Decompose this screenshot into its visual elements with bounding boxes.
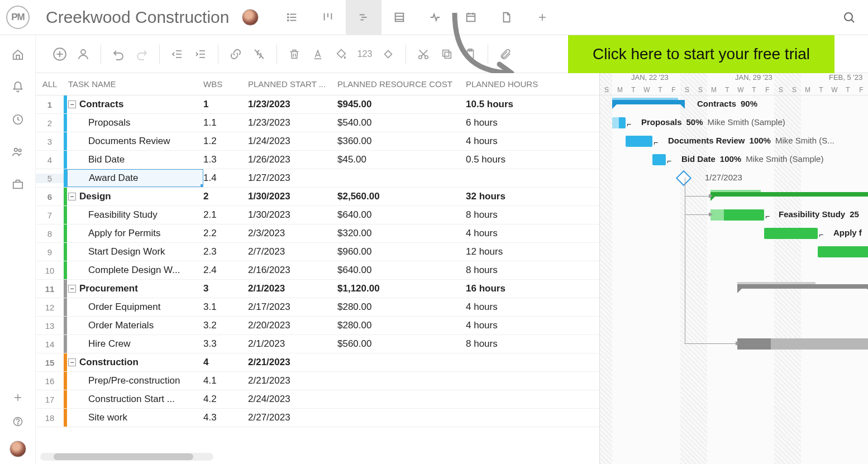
number-button[interactable]: 123 (354, 44, 375, 65)
table-row[interactable]: 16Prep/Pre-construction4.12/21/2023 (36, 372, 599, 390)
home-icon[interactable] (12, 49, 24, 61)
app-logo[interactable]: PM (0, 0, 36, 35)
bell-icon[interactable] (12, 81, 24, 93)
user-avatar[interactable] (9, 441, 26, 457)
task-cell[interactable]: Hire Crew (67, 338, 203, 350)
col-start[interactable]: PLANNED START ... (248, 79, 337, 89)
task-cell[interactable]: −Construction (67, 357, 203, 368)
task-cell[interactable]: Proposals (67, 117, 203, 128)
cut-button[interactable] (413, 44, 434, 65)
col-hours[interactable]: PLANNED HOURS (466, 79, 599, 89)
task-cell[interactable]: Site work (67, 412, 203, 423)
paste-button[interactable] (460, 44, 481, 65)
bar-apply-permits[interactable] (764, 228, 818, 239)
bar-hire-crew[interactable] (737, 338, 868, 350)
indent-button[interactable] (190, 44, 211, 65)
delete-button[interactable] (284, 44, 305, 65)
view-sheet-icon[interactable] (381, 0, 417, 35)
horizontal-scrollbar[interactable] (40, 453, 213, 461)
view-add-icon[interactable] (524, 0, 560, 35)
table-row[interactable]: 18Site work4.32/27/2023 (36, 409, 599, 427)
bar-procurement[interactable] (737, 284, 868, 289)
view-gantt-icon[interactable] (346, 0, 381, 35)
bar-contracts[interactable] (612, 100, 685, 104)
project-avatar[interactable] (242, 9, 259, 26)
undo-button[interactable] (108, 44, 129, 65)
assign-button[interactable] (73, 44, 94, 65)
task-cell[interactable]: Order Equipment (67, 302, 203, 313)
start-cell: 2/7/2023 (248, 246, 337, 257)
row-number: 8 (36, 229, 64, 238)
task-cell[interactable]: Apply for Permits (67, 228, 203, 239)
col-all[interactable]: ALL (36, 79, 64, 89)
table-row[interactable]: 8Apply for Permits2.22/3/2023$320.004 ho… (36, 224, 599, 243)
attachment-button[interactable] (495, 44, 516, 65)
add-icon[interactable] (13, 393, 23, 403)
table-row[interactable]: 11−Procurement32/1/2023$1,120.0016 hours (36, 280, 599, 298)
table-row[interactable]: 6−Design21/30/2023$2,560.0032 hours (36, 188, 599, 206)
task-cell[interactable]: Construction Start ... (67, 394, 203, 405)
scrollbar-thumb[interactable] (54, 453, 193, 460)
copy-button[interactable] (436, 44, 457, 65)
collapse-icon[interactable]: − (68, 101, 76, 108)
selection-handle[interactable] (201, 184, 203, 187)
task-cell[interactable]: Award Date (67, 169, 203, 187)
table-row[interactable]: 12Order Equipment3.12/17/2023$280.004 ho… (36, 298, 599, 317)
view-file-icon[interactable] (489, 0, 524, 35)
briefcase-icon[interactable] (12, 178, 24, 190)
unlink-button[interactable] (249, 44, 270, 65)
col-task[interactable]: TASK NAME (64, 79, 203, 89)
outdent-button[interactable] (166, 44, 188, 65)
bar-documents-review[interactable] (626, 136, 652, 147)
people-icon[interactable] (12, 146, 24, 158)
fill-color-button[interactable] (331, 44, 352, 65)
milestone-button[interactable] (378, 44, 399, 65)
bar-proposals[interactable] (612, 117, 626, 128)
cta-banner[interactable]: Click here to start your free trial (568, 35, 834, 73)
table-row[interactable]: 9Start Design Work2.32/7/2023$960.0012 h… (36, 243, 599, 261)
col-cost[interactable]: PLANNED RESOURCE COST (337, 79, 466, 89)
collapse-icon[interactable]: − (68, 358, 76, 366)
task-cell[interactable]: Documents Review (67, 136, 203, 147)
search-button[interactable] (836, 4, 862, 31)
view-board-icon[interactable] (310, 0, 346, 35)
view-activity-icon[interactable] (417, 0, 453, 35)
task-cell[interactable]: Prep/Pre-construction (67, 375, 203, 386)
task-cell[interactable]: Bid Date (67, 154, 203, 165)
day-cell: F (855, 86, 868, 94)
help-icon[interactable] (12, 416, 23, 427)
table-row[interactable]: 14Hire Crew3.32/1/2023$560.008 hours (36, 335, 599, 353)
gantt-chart[interactable]: JAN, 22 '23 JAN, 29 '23 FEB, 5 '23 SMTWT… (600, 73, 868, 464)
table-row[interactable]: 4Bid Date1.31/26/2023$45.000.5 hours (36, 151, 599, 169)
link-button[interactable] (225, 44, 246, 65)
task-cell[interactable]: −Procurement (67, 283, 203, 294)
table-row[interactable]: 13Order Materials3.22/20/2023$280.004 ho… (36, 317, 599, 335)
table-row[interactable]: 7Feasibility Study2.11/30/2023$640.008 h… (36, 206, 599, 224)
task-cell[interactable]: −Contracts (67, 99, 203, 110)
task-cell[interactable]: Start Design Work (67, 246, 203, 257)
table-row[interactable]: 5Award Date1.41/27/2023 (36, 169, 599, 188)
task-cell[interactable]: −Design (67, 191, 203, 202)
table-row[interactable]: 15−Construction42/21/2023 (36, 353, 599, 372)
collapse-icon[interactable]: − (68, 285, 76, 293)
bar-bid-date[interactable] (652, 154, 666, 165)
view-list-icon[interactable] (274, 0, 310, 35)
task-cell[interactable]: Complete Design W... (67, 265, 203, 276)
table-row[interactable]: 2Proposals1.11/23/2023$540.006 hours (36, 114, 599, 132)
collapse-icon[interactable]: − (68, 193, 76, 200)
redo-button[interactable] (131, 44, 152, 65)
col-wbs[interactable]: WBS (203, 79, 248, 89)
task-cell[interactable]: Order Materials (67, 320, 203, 331)
table-row[interactable]: 17Construction Start ...4.22/24/2023 (36, 390, 599, 409)
text-color-button[interactable] (307, 44, 328, 65)
project-title[interactable]: Creekwood Construction (46, 8, 230, 27)
add-task-button[interactable] (49, 44, 70, 65)
task-cell[interactable]: Feasibility Study (67, 209, 203, 221)
table-row[interactable]: 1−Contracts11/23/2023$945.0010.5 hours (36, 95, 599, 114)
table-row[interactable]: 3Documents Review1.21/24/2023$360.004 ho… (36, 132, 599, 151)
clock-icon[interactable] (12, 113, 24, 126)
view-calendar-icon[interactable] (453, 0, 489, 35)
row-number: 15 (36, 358, 64, 367)
bar-start-design[interactable] (818, 246, 868, 257)
table-row[interactable]: 10Complete Design W...2.42/16/2023$640.0… (36, 261, 599, 280)
